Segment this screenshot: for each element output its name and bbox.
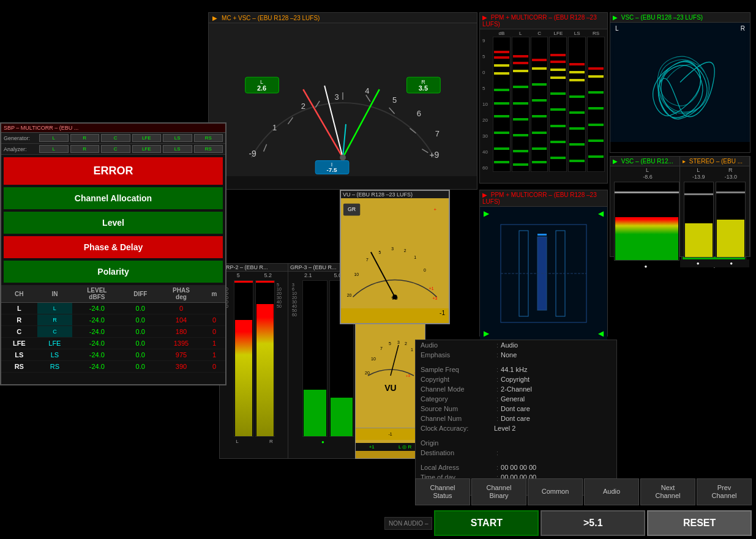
ch-ls: LS [1, 349, 37, 361]
vsc-triangle: ▶ [613, 14, 618, 21]
mode-button[interactable]: >5.1 [541, 510, 645, 536]
svg-text:5: 5 [379, 250, 381, 254]
ppm-bar-lfe: LFE [549, 31, 567, 172]
ppm-bar-rs: RS [587, 31, 605, 172]
grp2a-title-text: GRP-2 – (EBU R... [222, 264, 268, 270]
vu-svg: 20 10 7 5 3 2 1 0 +1 +3 VU GR + [341, 200, 449, 307]
svg-text:4: 4 [365, 86, 369, 95]
tab-channel-status[interactable]: ChannelStatus [415, 478, 470, 505]
level-c: -24.0 [72, 326, 121, 338]
svg-text:-9: -9 [249, 149, 256, 158]
grp2a-l-db: 5 [237, 272, 240, 278]
vsc-sm-peak-l [615, 191, 679, 193]
svg-text:20: 20 [365, 371, 370, 375]
phase-lfe: 1395 [159, 338, 203, 349]
ppm2-arrow-bl: ▶ [484, 329, 489, 338]
svg-text:7: 7 [435, 129, 440, 138]
ppm-bar-l: L [512, 31, 530, 172]
ch-info-emphasis: Emphasis : None [416, 350, 616, 360]
ana-r-btn[interactable]: R [70, 145, 100, 153]
vsc-l-label: L [615, 25, 619, 32]
vsc-sm-bar-l [614, 182, 679, 261]
vsc-sm-fill-l [615, 217, 678, 260]
ana-l-btn[interactable]: L [39, 145, 69, 153]
ch-info-val-cat: General [501, 395, 525, 403]
gen-lfe-btn[interactable]: LFE [132, 134, 162, 142]
tab-audio[interactable]: Audio [584, 478, 639, 505]
ch-info-audio: Audio : Audio [416, 340, 616, 350]
ch-info-panel: Audio : Audio Emphasis : None Sample Fre… [415, 340, 617, 496]
gen-ls-btn[interactable]: LS [163, 134, 192, 142]
channel-allocation-btn[interactable]: Channel Allocation [4, 187, 223, 209]
grp2a-r-label: R [269, 439, 273, 444]
svg-text:+9: +9 [429, 150, 439, 160]
in-rs: RS [37, 361, 73, 373]
vsc-sm-dot-l: ● [645, 264, 648, 269]
diff-lfe: 0.0 [122, 338, 159, 349]
bottom-tabs: ChannelStatus ChannelBinary Common Audio… [415, 478, 752, 505]
tab-next-channel[interactable]: NextChannel [640, 478, 695, 505]
ch-rs: RS [1, 361, 37, 373]
table-row: RS RS -24.0 0.0 390 0 [1, 361, 225, 373]
gen-rs-btn[interactable]: RS [194, 134, 223, 142]
polarity-btn[interactable]: Polarity [4, 261, 223, 283]
error-badge: ERROR [4, 157, 223, 185]
ppm2-arrow-tr: ◀ [598, 209, 604, 218]
ch-info-val-sn: Dont care [501, 405, 530, 412]
ppm-multicorr-panel: ▶ PPM + MULTICORR – (EBU R128 –23 LUFS) … [479, 12, 608, 184]
ch-info-sourcenum: Source Num : Dont care [416, 404, 616, 414]
grp3-scale: 36102030405060 [292, 280, 301, 317]
stereo-fill-l [685, 223, 713, 257]
stereo-r-db: -13.0 [724, 174, 737, 180]
svg-text:1: 1 [414, 255, 416, 259]
table-row: C C -24.0 0.0 180 0 [1, 326, 225, 338]
tab-common[interactable]: Common [528, 478, 583, 505]
vu-range-value: -1 [440, 310, 445, 316]
grp2a-title: GRP-2 – (EBU R... [220, 264, 289, 272]
lissajous-svg [610, 23, 750, 142]
col-level: LEVELdBFS [72, 285, 121, 303]
ch-info-key-sn: Source Num [421, 405, 494, 412]
vsc-display: L R [610, 23, 750, 142]
vsc-r-label: R [741, 25, 745, 32]
stereo-bar-l [684, 182, 714, 258]
ana-rs-btn[interactable]: RS [194, 145, 223, 153]
generator-label: Generator: [4, 135, 37, 141]
tab-prev-channel[interactable]: PrevChannel [697, 478, 752, 505]
grp2a-bottom-labels: L R [220, 438, 289, 445]
svg-text:-7.5: -7.5 [327, 166, 338, 173]
ch-info-key-dest: Destination [421, 449, 494, 456]
table-row: R R -24.0 0.0 104 0 [1, 314, 225, 326]
ana-ls-btn[interactable]: LS [163, 145, 192, 153]
ana-c-btn[interactable]: C [101, 145, 130, 153]
ppm-bar-c: C [531, 31, 548, 172]
grp2a-bar-l [234, 280, 253, 437]
tab-channel-binary[interactable]: ChannelBinary [471, 478, 526, 505]
vsc-top-title: ▶ VSC – (EBU R128 –23 LUFS) [610, 13, 750, 23]
generator-row: Generator: L R C LFE LS RS [1, 133, 225, 144]
svg-text:+1: +1 [429, 286, 434, 290]
level-r: -24.0 [72, 314, 121, 326]
phase-rs: 390 [159, 361, 203, 373]
gen-c-btn[interactable]: C [101, 134, 130, 142]
ch-c: C [1, 326, 37, 338]
grp3-bottom: ● [288, 438, 357, 446]
gen-l-btn[interactable]: L [39, 134, 69, 142]
gen-r-btn[interactable]: R [70, 134, 100, 142]
svg-text:2.6: 2.6 [257, 84, 266, 92]
ch-info-key-ca: Clock Accuracy: [421, 425, 494, 432]
ana-lfe-btn[interactable]: LFE [132, 145, 162, 153]
ch-info-space2 [416, 433, 616, 438]
mc-vsc-panel: ▶ MC + VSC – (EBU R128 –23 LUFS) -9 1 2 … [208, 12, 477, 190]
ch-info-clockacc: Clock Accuracy: Level 2 [416, 423, 616, 433]
stereo-l-db: -13.9 [692, 174, 705, 180]
phase-delay-btn[interactable]: Phase & Delay [4, 236, 223, 258]
table-row: LFE LFE -24.0 0.0 1395 1 [1, 338, 225, 349]
ppm2-title-text: PPM + MULTICORR – (EBU R128 –23 LUFS) [482, 191, 597, 205]
level-btn[interactable]: Level [4, 212, 223, 234]
svg-text:+3: +3 [433, 296, 438, 300]
reset-button[interactable]: RESET [647, 510, 752, 536]
level-ls: -24.0 [72, 349, 121, 361]
start-button[interactable]: START [434, 510, 539, 536]
level-l: -24.0 [72, 303, 121, 314]
